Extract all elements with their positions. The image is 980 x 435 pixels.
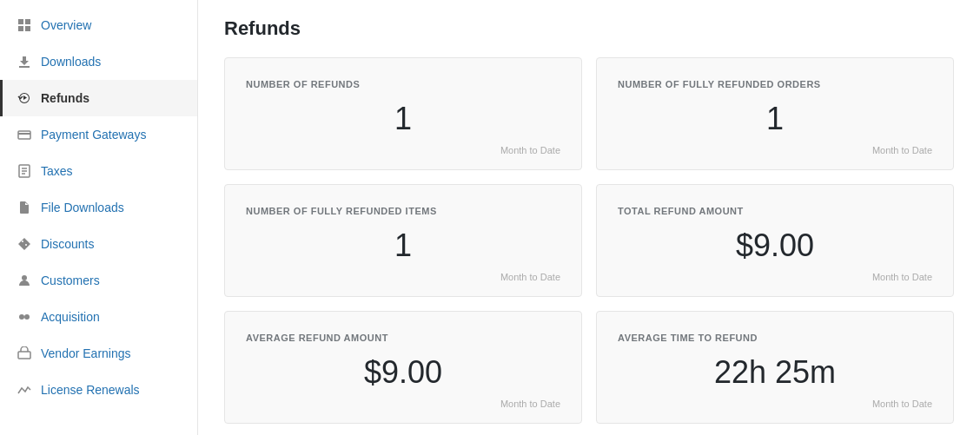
card-fully-refunded-orders-footer: Month to Date [618,145,932,155]
vendor-icon [17,346,32,361]
sidebar-item-customers-label: Customers [41,274,100,287]
customers-icon [17,273,32,288]
svg-rect-1 [25,19,30,24]
card-total-refund-amount-value: $9.00 [618,227,932,265]
sidebar-item-payment-gateways-label: Payment Gateways [41,128,146,142]
card-number-of-fully-refunded-items: NUMBER OF FULLY REFUNDED ITEMS 1 Month t… [224,184,582,297]
sidebar-item-file-downloads[interactable]: File Downloads [0,189,197,226]
card-average-refund-amount-footer: Month to Date [246,399,560,409]
sidebar-item-file-downloads-label: File Downloads [41,201,124,214]
svg-rect-5 [18,131,30,139]
gateway-icon [17,127,32,142]
sidebar-item-refunds-label: Refunds [41,91,89,105]
card-total-refund-amount: TOTAL REFUND AMOUNT $9.00 Month to Date [596,184,954,297]
sidebar-item-taxes-label: Taxes [41,164,73,178]
card-fully-refunded-orders-value: 1 [618,100,932,138]
page-title: Refunds [224,17,954,40]
taxes-icon [17,163,32,179]
sidebar: Overview Downloads Refunds Payment Gatew… [0,0,198,435]
svg-rect-0 [18,19,23,24]
sidebar-item-acquisition-label: Acquisition [41,310,100,324]
svg-rect-4 [19,66,30,68]
card-fully-refunded-orders-label: NUMBER OF FULLY REFUNDED ORDERS [618,79,932,89]
sidebar-item-downloads[interactable]: Downloads [0,43,197,80]
sidebar-item-refunds[interactable]: Refunds [0,80,197,116]
sidebar-item-vendor-earnings[interactable]: Vendor Earnings [0,335,197,372]
acquisition-icon [17,309,32,325]
card-fully-refunded-items-value: 1 [246,227,560,265]
sidebar-item-discounts[interactable]: Discounts [0,226,197,262]
sidebar-item-customers[interactable]: Customers [0,262,197,299]
card-total-refund-amount-label: TOTAL REFUND AMOUNT [618,206,932,216]
svg-point-13 [24,314,30,320]
svg-rect-3 [25,26,30,31]
refund-icon [17,90,32,106]
main-content: Refunds NUMBER OF REFUNDS 1 Month to Dat… [198,0,980,435]
file-icon [17,200,32,215]
sidebar-item-acquisition[interactable]: Acquisition [0,299,197,335]
svg-rect-6 [18,133,30,135]
card-average-refund-amount: AVERAGE REFUND AMOUNT $9.00 Month to Dat… [224,311,582,424]
download-icon [17,54,32,69]
card-average-time-to-refund-label: AVERAGE TIME TO REFUND [618,333,932,343]
sidebar-item-overview[interactable]: Overview [0,7,197,43]
card-average-refund-amount-value: $9.00 [246,353,560,392]
card-fully-refunded-items-footer: Month to Date [246,272,560,282]
card-average-time-to-refund-footer: Month to Date [618,399,932,409]
card-number-of-fully-refunded-orders: NUMBER OF FULLY REFUNDED ORDERS 1 Month … [596,57,954,170]
card-number-of-refunds-value: 1 [246,100,560,138]
svg-rect-2 [18,26,23,31]
card-fully-refunded-items-label: NUMBER OF FULLY REFUNDED ITEMS [246,206,560,216]
grid-icon [17,17,32,33]
sidebar-item-payment-gateways[interactable]: Payment Gateways [0,116,197,153]
sidebar-item-downloads-label: Downloads [41,55,101,69]
card-number-of-refunds: NUMBER OF REFUNDS 1 Month to Date [224,57,582,170]
sidebar-item-discounts-label: Discounts [41,237,94,251]
license-icon [17,382,32,398]
card-number-of-refunds-label: NUMBER OF REFUNDS [246,79,560,89]
discount-icon [17,236,32,252]
cards-grid: NUMBER OF REFUNDS 1 Month to Date NUMBER… [224,57,954,424]
card-average-time-to-refund: AVERAGE TIME TO REFUND 22h 25m Month to … [596,311,954,424]
svg-rect-14 [18,352,30,359]
sidebar-item-taxes[interactable]: Taxes [0,153,197,189]
card-average-refund-amount-label: AVERAGE REFUND AMOUNT [246,333,560,343]
sidebar-item-vendor-earnings-label: Vendor Earnings [41,346,131,360]
sidebar-item-license-renewals[interactable]: License Renewals [0,372,197,408]
sidebar-item-overview-label: Overview [41,18,91,32]
card-total-refund-amount-footer: Month to Date [618,272,932,282]
card-number-of-refunds-footer: Month to Date [246,145,560,155]
svg-point-12 [19,314,24,320]
svg-point-11 [22,275,27,280]
sidebar-item-license-renewals-label: License Renewals [41,383,140,397]
card-average-time-to-refund-value: 22h 25m [618,353,932,392]
